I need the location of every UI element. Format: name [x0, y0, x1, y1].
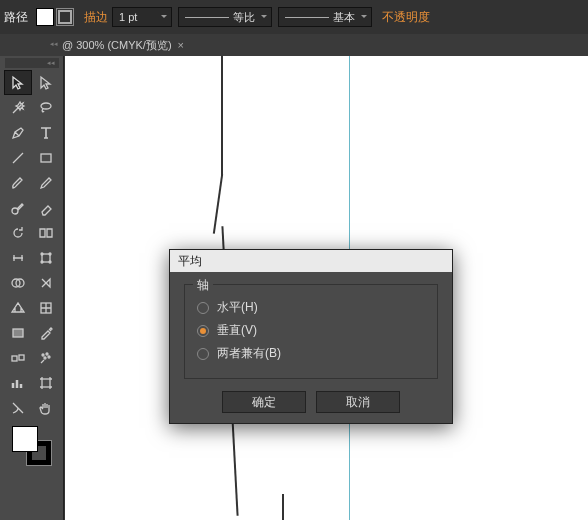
ok-button[interactable]: 确定 — [222, 391, 306, 413]
path-segment[interactable] — [213, 174, 223, 234]
line-icon — [285, 17, 329, 18]
fill-swatch[interactable] — [36, 8, 54, 26]
tools-panel — [0, 56, 64, 520]
lasso-tool[interactable] — [32, 95, 60, 120]
cancel-button[interactable]: 取消 — [316, 391, 400, 413]
live-paint-tool[interactable] — [32, 270, 60, 295]
radio-icon — [197, 302, 209, 314]
type-tool[interactable] — [32, 120, 60, 145]
dialog-title: 平均 — [170, 250, 452, 272]
radio-vertical[interactable]: 垂直(V) — [197, 322, 425, 339]
eraser-tool[interactable] — [32, 195, 60, 220]
average-dialog: 平均 轴 水平(H) 垂直(V) 两者兼有(B) 确定 取消 — [169, 249, 453, 424]
radio-both[interactable]: 两者兼有(B) — [197, 345, 425, 362]
axis-legend: 轴 — [193, 277, 213, 294]
gradient-tool[interactable] — [4, 320, 32, 345]
svg-rect-12 — [12, 356, 17, 361]
artboard-tool[interactable] — [32, 370, 60, 395]
column-graph-tool[interactable] — [4, 370, 32, 395]
mesh-tool[interactable] — [32, 295, 60, 320]
eyedropper-tool[interactable] — [32, 320, 60, 345]
perspective-tool[interactable] — [4, 295, 32, 320]
stroke-label[interactable]: 描边 — [84, 9, 108, 26]
stroke-weight-dropdown[interactable]: 1 pt — [112, 7, 172, 27]
line-icon — [185, 17, 229, 18]
slice-tool[interactable] — [4, 395, 32, 420]
stroke-dash-dropdown[interactable]: 等比 — [178, 7, 272, 27]
pen-tool[interactable] — [4, 120, 32, 145]
line-tool[interactable] — [4, 145, 32, 170]
blob-brush-tool[interactable] — [4, 195, 32, 220]
svg-point-15 — [46, 353, 48, 355]
document-tabbar: @ 300% (CMYK/预览) × — [0, 34, 588, 56]
brush-def-dropdown[interactable]: 基本 — [278, 7, 372, 27]
path-segment[interactable] — [282, 494, 284, 520]
reflect-tool[interactable] — [32, 220, 60, 245]
close-tab-icon[interactable]: × — [178, 39, 184, 51]
fill-stroke-colors[interactable] — [12, 426, 52, 466]
svg-rect-18 — [42, 379, 50, 387]
symbol-spray-tool[interactable] — [32, 345, 60, 370]
magic-wand-tool[interactable] — [4, 95, 32, 120]
fill-color[interactable] — [12, 426, 38, 452]
radio-icon — [197, 348, 209, 360]
shape-builder-tool[interactable] — [4, 270, 32, 295]
direct-select-tool[interactable] — [32, 70, 60, 95]
svg-rect-11 — [13, 329, 23, 337]
svg-point-16 — [44, 357, 46, 359]
svg-rect-1 — [41, 154, 51, 162]
paintbrush-tool[interactable] — [4, 170, 32, 195]
svg-point-0 — [41, 103, 51, 109]
svg-point-14 — [42, 354, 44, 356]
object-type-label: 路径 — [4, 9, 28, 26]
document-tab[interactable]: @ 300% (CMYK/预览) — [62, 38, 172, 53]
axis-group: 轴 水平(H) 垂直(V) 两者兼有(B) — [184, 284, 438, 379]
radio-horizontal[interactable]: 水平(H) — [197, 299, 425, 316]
free-transform-tool[interactable] — [32, 245, 60, 270]
stroke-swatch[interactable] — [56, 8, 74, 26]
selection-tool[interactable] — [4, 70, 32, 95]
width-tool[interactable] — [4, 245, 32, 270]
control-bar: 路径 描边 1 pt 等比 基本 不透明度 — [0, 0, 588, 34]
rectangle-tool[interactable] — [32, 145, 60, 170]
svg-rect-3 — [42, 254, 50, 262]
rotate-tool[interactable] — [4, 220, 32, 245]
tools-panel-grip[interactable] — [5, 58, 59, 68]
path-segment[interactable] — [221, 56, 223, 176]
panel-grip-icon[interactable] — [8, 39, 62, 49]
radio-icon — [197, 325, 209, 337]
hand-tool[interactable] — [32, 395, 60, 420]
svg-rect-13 — [19, 355, 24, 360]
blend-tool[interactable] — [4, 345, 32, 370]
pencil-tool[interactable] — [32, 170, 60, 195]
svg-point-17 — [48, 356, 50, 358]
opacity-label[interactable]: 不透明度 — [382, 9, 430, 26]
